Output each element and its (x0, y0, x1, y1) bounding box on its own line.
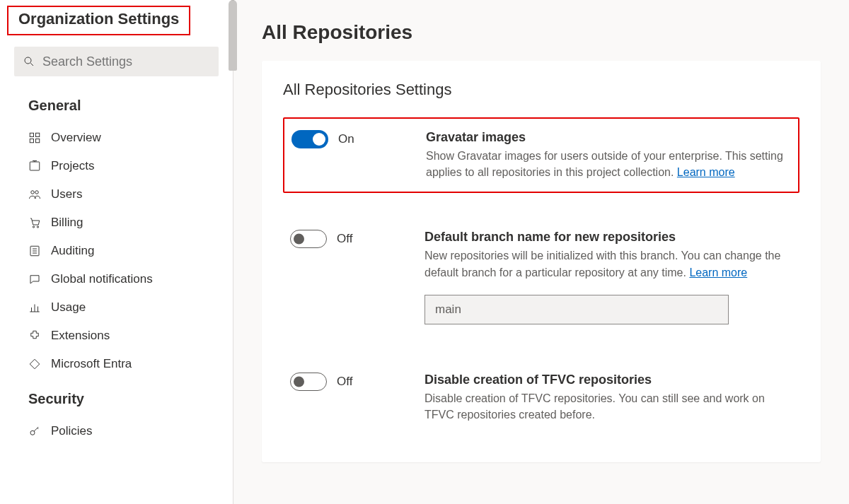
nav-label: Billing (51, 216, 83, 230)
gravatar-learn-more-link[interactable]: Learn more (677, 166, 735, 178)
toggle-tfvc-state: Off (337, 375, 352, 389)
sidebar-title-highlight: Organization Settings (7, 6, 190, 35)
card-title: All Repositories Settings (283, 81, 799, 99)
users-icon (28, 188, 41, 201)
setting-tfvc-title: Disable creation of TFVC repositories (424, 373, 792, 387)
search-input[interactable] (42, 54, 210, 69)
nav-label: Extensions (51, 329, 110, 343)
toggle-gravatar-state: On (338, 132, 354, 146)
nav-label: Users (51, 187, 82, 201)
cart-icon (28, 216, 41, 229)
svg-rect-4 (30, 139, 33, 143)
svg-point-11 (33, 226, 34, 228)
setting-gravatar-desc: Show Gravatar images for users outside o… (426, 148, 791, 180)
sidebar-item-policies[interactable]: Policies (0, 417, 233, 445)
sidebar-item-projects[interactable]: Projects (0, 152, 233, 180)
section-security: Security Policies (0, 378, 233, 445)
puzzle-icon (28, 329, 41, 342)
key-icon (28, 425, 41, 438)
svg-point-12 (37, 226, 38, 228)
toggle-gravatar[interactable] (291, 130, 328, 148)
svg-point-9 (31, 191, 35, 194)
toggle-gravatar-wrap: On (291, 130, 405, 148)
svg-rect-3 (36, 133, 40, 136)
nav-label: Overview (51, 131, 101, 145)
toggle-tfvc-wrap: Off (290, 373, 403, 391)
svg-point-21 (30, 430, 35, 435)
nav-label: Global notifications (51, 272, 153, 286)
nav-label: Projects (51, 159, 94, 173)
bar-chart-icon (28, 301, 41, 314)
sidebar-item-microsoft-entra[interactable]: Microsoft Entra (0, 350, 233, 378)
setting-default-branch: Off Default branch name for new reposito… (283, 218, 799, 335)
nav-label: Microsoft Entra (51, 357, 132, 371)
sidebar-item-auditing[interactable]: Auditing (0, 237, 233, 265)
toggle-branch-state: Off (337, 232, 352, 246)
chat-icon (28, 273, 41, 286)
sidebar-item-users[interactable]: Users (0, 180, 233, 209)
toggle-branch-wrap: Off (290, 230, 403, 248)
svg-point-10 (35, 191, 39, 194)
toggle-tfvc[interactable] (290, 373, 327, 391)
nav-label: Auditing (51, 244, 94, 258)
list-icon (28, 245, 41, 257)
scrollbar-thumb[interactable] (229, 0, 237, 71)
main-content: All Repositories All Repositories Settin… (233, 0, 849, 504)
setting-gravatar: On Gravatar images Show Gravatar images … (283, 117, 799, 193)
section-general: General Overview Projects Users Billing … (0, 85, 233, 378)
nav-label: Usage (51, 300, 86, 315)
setting-tfvc: Off Disable creation of TFVC repositorie… (283, 361, 799, 434)
projects-icon (28, 160, 41, 172)
setting-gravatar-body: Gravatar images Show Gravatar images for… (426, 130, 791, 180)
section-heading-general: General (0, 92, 233, 124)
section-heading-security: Security (0, 385, 233, 417)
sidebar-item-extensions[interactable]: Extensions (0, 322, 233, 350)
sidebar-title: Organization Settings (18, 10, 179, 28)
settings-card: All Repositories Settings On Gravatar im… (262, 61, 821, 462)
svg-rect-2 (30, 133, 33, 136)
toggle-default-branch[interactable] (290, 230, 327, 248)
setting-gravatar-title: Gravatar images (426, 130, 791, 145)
setting-branch-desc: New repositories will be initialized wit… (424, 247, 792, 280)
setting-tfvc-desc: Disable creation of TFVC repositories. Y… (424, 390, 792, 423)
default-branch-input[interactable] (424, 295, 729, 324)
svg-rect-5 (36, 139, 40, 143)
nav-label: Policies (51, 424, 93, 438)
setting-branch-body: Default branch name for new repositories… (424, 230, 792, 324)
svg-point-0 (25, 57, 31, 64)
grid-icon (28, 131, 41, 144)
sidebar-item-overview[interactable]: Overview (0, 124, 233, 152)
search-icon (23, 55, 35, 68)
svg-rect-6 (30, 162, 40, 170)
setting-branch-title: Default branch name for new repositories (424, 230, 792, 245)
page-title: All Repositories (262, 21, 821, 44)
sidebar-item-usage[interactable]: Usage (0, 293, 233, 322)
setting-tfvc-body: Disable creation of TFVC repositories Di… (424, 373, 792, 423)
sidebar: Organization Settings General Overview P… (0, 0, 233, 504)
branch-learn-more-link[interactable]: Learn more (689, 266, 747, 279)
search-settings-box[interactable] (14, 47, 219, 76)
svg-line-1 (30, 63, 33, 66)
diamond-icon (28, 358, 41, 370)
sidebar-item-global-notifications[interactable]: Global notifications (0, 265, 233, 293)
sidebar-item-billing[interactable]: Billing (0, 209, 233, 237)
